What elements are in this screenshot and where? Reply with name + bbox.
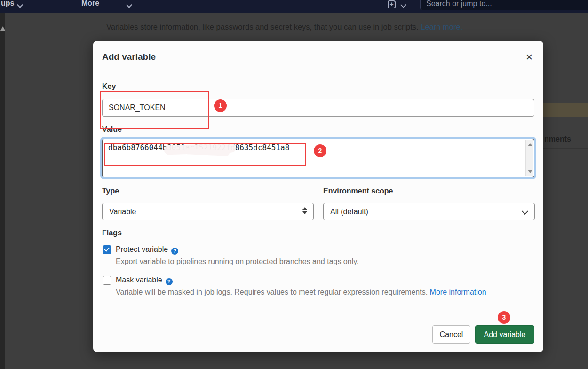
environment-scope-select[interactable]: All (default) xyxy=(323,203,535,220)
question-circle-icon[interactable]: ? xyxy=(166,278,173,285)
intro-text: Variables store information, like passwo… xyxy=(106,23,419,31)
nav-groups-item[interactable]: ups xyxy=(1,0,14,8)
dimmed-alert-banner xyxy=(541,103,588,117)
environment-scope-selected-value: All (default) xyxy=(330,208,368,216)
environments-column-fragment: nments xyxy=(544,135,571,144)
screen: Variables store information, like passwo… xyxy=(0,0,588,369)
table-divider xyxy=(541,148,588,149)
table-divider xyxy=(541,208,588,208)
protect-variable-checkbox[interactable] xyxy=(103,245,111,254)
type-selected-value: Variable xyxy=(109,208,136,216)
annotation-box-key xyxy=(100,91,209,129)
global-search[interactable] xyxy=(420,0,588,10)
chevron-down-icon xyxy=(18,3,22,7)
mask-variable-checkbox[interactable] xyxy=(103,276,111,285)
collapsed-sidebar xyxy=(0,13,5,369)
annotation-box-value xyxy=(104,143,306,166)
modal-footer: Cancel Add variable xyxy=(93,314,543,352)
question-circle-icon[interactable]: ? xyxy=(171,248,178,255)
environment-scope-label: Environment scope xyxy=(323,187,393,195)
sidebar-toggle-icon xyxy=(0,26,5,31)
flags-label: Flags xyxy=(102,229,122,237)
mask-variable-label[interactable]: Mask variable? xyxy=(116,276,173,285)
type-select[interactable]: Variable xyxy=(102,203,314,220)
top-navbar: ups More + xyxy=(0,0,588,13)
type-label: Type xyxy=(102,187,119,195)
annotation-step-3: 3 xyxy=(498,311,510,324)
table-divider xyxy=(541,251,588,251)
key-label: Key xyxy=(102,82,116,91)
annotation-step-1: 1 xyxy=(214,99,227,112)
new-menu-plus-icon[interactable]: + xyxy=(388,0,396,8)
more-information-link[interactable]: More information xyxy=(430,288,486,296)
search-input[interactable] xyxy=(426,0,567,8)
value-scrollbar[interactable] xyxy=(525,140,533,176)
modal-title: Add variable xyxy=(102,52,156,62)
cancel-button[interactable]: Cancel xyxy=(432,325,470,344)
page-divider xyxy=(87,363,588,363)
learn-more-link[interactable]: Learn more. xyxy=(421,23,462,31)
scroll-up-arrow-icon[interactable] xyxy=(528,143,532,146)
chevron-down-icon xyxy=(523,209,527,213)
add-variable-button[interactable]: Add variable xyxy=(475,325,534,344)
chevron-down-icon[interactable] xyxy=(401,3,405,7)
annotation-step-2: 2 xyxy=(314,144,326,157)
protect-variable-label[interactable]: Protect variable? xyxy=(116,245,178,255)
chevron-down-icon xyxy=(127,3,131,7)
nav-more-item[interactable]: More xyxy=(81,0,99,8)
close-icon[interactable]: ✕ xyxy=(523,50,536,64)
select-updown-icon xyxy=(302,207,307,214)
modal-header: Add variable ✕ xyxy=(93,41,543,73)
add-variable-modal: Add variable ✕ Key Value dba6b8766044b30… xyxy=(93,41,543,352)
protect-variable-description: Export variable to pipelines running on … xyxy=(116,257,358,266)
checkmark-icon xyxy=(104,246,109,251)
scroll-down-arrow-icon[interactable] xyxy=(528,170,532,173)
mask-variable-description: Variable will be masked in job logs. Req… xyxy=(116,288,486,297)
variables-intro-text: Variables store information, like passwo… xyxy=(106,23,462,32)
